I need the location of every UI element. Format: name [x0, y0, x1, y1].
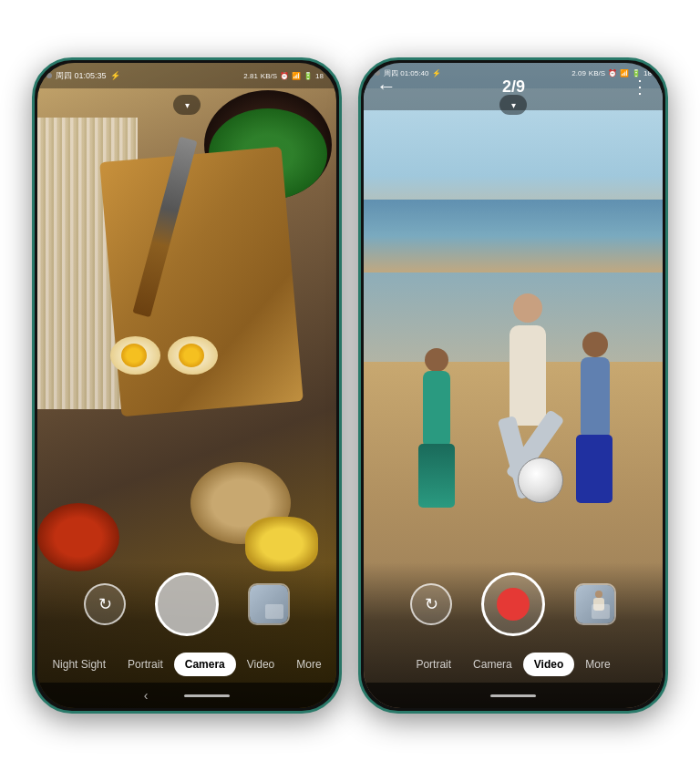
gallery-button[interactable]: [248, 583, 290, 625]
video-wifi-icon: 📶: [620, 69, 629, 77]
left-phone: 周四 01:05:35 ⚡ 2.81 KB/S ⏰ 📶 🔋 18 ▾: [32, 57, 342, 714]
video-flash-icon: ⚡: [432, 69, 441, 77]
wifi-icon: 📶: [292, 72, 301, 80]
phone-screen-right: 周四 01:05:40 ⚡ 2.09 KB/S ⏰ 📶 🔋 18 ← 2/9 ⋮: [364, 63, 663, 708]
mode-portrait[interactable]: Portrait: [117, 653, 174, 676]
flip-icon: ↻: [98, 594, 112, 614]
sauce-bowl: [37, 503, 119, 571]
status-left: 周四 01:05:35 ⚡: [46, 70, 120, 82]
flash-icon: ⚡: [110, 71, 120, 80]
video-status-bar: 周四 01:05:40 ⚡ 2.09 KB/S ⏰ 📶 🔋 18: [364, 63, 663, 83]
mode-more[interactable]: More: [285, 653, 332, 676]
home-indicator: [184, 694, 230, 697]
person-left: [414, 371, 459, 517]
nav-bar-right: [364, 683, 663, 708]
person-right-head: [582, 332, 608, 357]
thumb-head: [595, 591, 602, 598]
gallery-thumbnail: [250, 585, 288, 623]
video-camera-modes: Portrait Camera Video More: [364, 653, 663, 676]
right-phone: 周四 01:05:40 ⚡ 2.09 KB/S ⏰ 📶 🔋 18 ← 2/9 ⋮: [358, 57, 668, 714]
video-battery-num: 18: [643, 69, 652, 77]
video-mode-video[interactable]: Video: [523, 653, 574, 676]
video-record-button[interactable]: [481, 572, 545, 636]
video-record-dot: [497, 588, 530, 621]
phone-screen-left: 周四 01:05:35 ⚡ 2.81 KB/S ⏰ 📶 🔋 18 ▾: [37, 63, 336, 708]
video-flip-camera-button[interactable]: ↻: [410, 583, 452, 625]
phone-frame-left: 周四 01:05:35 ⚡ 2.81 KB/S ⏰ 📶 🔋 18 ▾: [32, 57, 342, 714]
video-battery-icon: 🔋: [632, 69, 641, 77]
person-left-head: [425, 348, 448, 372]
video-chevron-down-button[interactable]: ▾: [499, 95, 527, 115]
video-signal-label: KB/S: [589, 69, 605, 77]
shutter-button[interactable]: [155, 572, 219, 636]
video-mode-portrait[interactable]: Portrait: [405, 653, 462, 676]
egg-yolk-1: [121, 344, 147, 367]
signal-speed: 2.81: [243, 72, 258, 80]
egg-1: [110, 336, 160, 375]
camera-modes: Night Sight Portrait Camera Video More: [37, 653, 336, 676]
video-gallery-thumbnail: [576, 585, 614, 623]
egg-yolk-2: [179, 344, 204, 367]
video-mode-camera[interactable]: Camera: [462, 653, 523, 676]
thumb-person: [591, 591, 607, 616]
battery-num: 18: [315, 72, 324, 80]
person-main-body: [510, 325, 546, 426]
video-status-dot: [375, 70, 380, 76]
phone-frame-right: 周四 01:05:40 ⚡ 2.09 KB/S ⏰ 📶 🔋 18 ← 2/9 ⋮: [358, 57, 668, 714]
battery-icon: 🔋: [304, 72, 313, 80]
status-dot: [46, 73, 52, 78]
back-nav-button[interactable]: ‹: [144, 688, 149, 703]
flip-camera-button[interactable]: ↻: [84, 583, 126, 625]
video-clock-icon: ⏰: [608, 69, 617, 77]
video-mode-more[interactable]: More: [574, 653, 621, 676]
video-status-time: 周四 01:05:40: [384, 68, 428, 78]
video-home-indicator: [490, 694, 536, 697]
beach-water: [364, 200, 663, 272]
video-signal-speed: 2.09: [571, 69, 586, 77]
thumb-body: [593, 598, 604, 611]
mode-camera[interactable]: Camera: [174, 653, 236, 676]
egg-2: [168, 336, 218, 375]
video-chevron-icon: ▾: [511, 100, 516, 110]
person-left-legs: [418, 444, 455, 508]
clock-icon: ⏰: [280, 72, 289, 80]
signal-label: KB/S: [261, 72, 277, 80]
video-camera-buttons: ↻: [410, 572, 616, 636]
mode-night-sight[interactable]: Night Sight: [41, 653, 117, 676]
soccer-ball: [518, 457, 563, 503]
cutting-board: [99, 147, 304, 416]
status-time: 周四 01:05:35: [56, 70, 107, 82]
person-main-head: [513, 293, 542, 323]
camera-buttons: ↻: [84, 572, 290, 636]
chevron-down-button[interactable]: ▾: [173, 95, 201, 115]
person-left-body: [423, 371, 450, 448]
nav-bar-left: ‹: [37, 683, 336, 708]
egg-area: [110, 336, 218, 375]
status-right: 2.81 KB/S ⏰ 📶 🔋 18: [243, 72, 324, 80]
status-bar-left: 周四 01:05:35 ⚡ 2.81 KB/S ⏰ 📶 🔋 18: [37, 63, 336, 88]
chevron-icon: ▾: [185, 100, 190, 110]
video-status-right: 2.09 KB/S ⏰ 📶 🔋 18: [571, 69, 652, 77]
video-status-left: 周四 01:05:40 ⚡: [375, 68, 441, 78]
video-flip-icon: ↻: [425, 594, 438, 614]
person-right: [571, 357, 622, 512]
video-gallery-button[interactable]: [574, 583, 616, 625]
mode-video[interactable]: Video: [236, 653, 285, 676]
person-right-body: [581, 357, 610, 439]
person-right-legs: [576, 435, 612, 503]
